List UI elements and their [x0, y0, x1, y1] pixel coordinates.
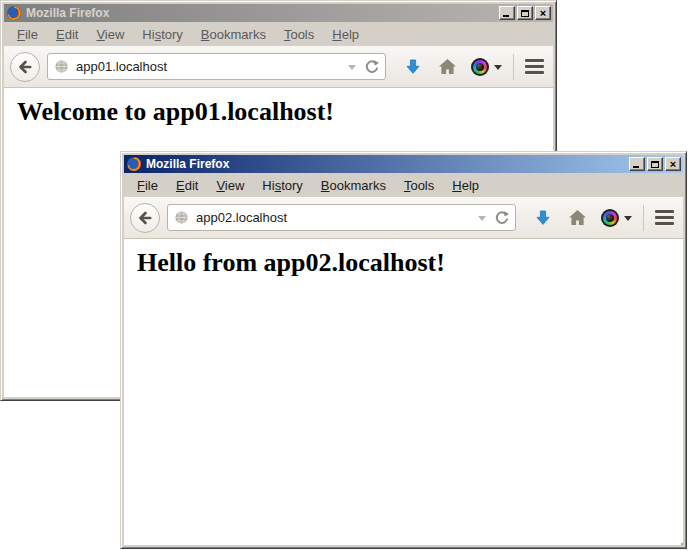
menu-tools[interactable]: Tools: [275, 25, 323, 44]
reload-icon: [364, 59, 380, 75]
hamburger-icon: [525, 59, 544, 74]
addon-colorwheel-button[interactable]: [601, 209, 632, 227]
menu-history[interactable]: History: [253, 176, 311, 195]
minimize-button[interactable]: [629, 157, 645, 171]
minimize-button[interactable]: [499, 6, 515, 20]
page-content: Hello from app02.localhost!: [124, 239, 683, 545]
urlbar-dropdown-icon[interactable]: [348, 65, 356, 74]
close-button[interactable]: ×: [535, 6, 551, 20]
back-arrow-icon: [16, 58, 34, 76]
reload-icon: [494, 210, 510, 226]
window-controls: ×: [629, 157, 681, 171]
menu-help[interactable]: Help: [443, 176, 488, 195]
menu-help[interactable]: Help: [323, 25, 368, 44]
home-button[interactable]: [438, 58, 457, 75]
download-button[interactable]: [404, 58, 422, 76]
urlbar-dropdown-icon[interactable]: [478, 216, 486, 225]
menu-file[interactable]: File: [8, 25, 47, 44]
firefox-logo-icon: [126, 156, 142, 172]
home-icon: [568, 209, 587, 226]
download-icon: [404, 58, 422, 76]
back-button[interactable]: [130, 203, 160, 233]
maximize-icon: [651, 161, 659, 168]
menu-view[interactable]: View: [207, 176, 253, 195]
chevron-down-icon: [624, 216, 632, 225]
app-menu-button[interactable]: [525, 59, 544, 74]
home-icon: [438, 58, 457, 75]
menu-bookmarks[interactable]: Bookmarks: [312, 176, 395, 195]
colorwheel-icon: [471, 58, 489, 76]
desktop: Mozilla Firefox × File Edit View History…: [0, 0, 688, 551]
menu-history[interactable]: History: [133, 25, 191, 44]
back-button[interactable]: [10, 52, 40, 82]
menubar: File Edit View History Bookmarks Tools H…: [124, 173, 683, 197]
menu-view[interactable]: View: [87, 25, 133, 44]
url-text[interactable]: app02.localhost: [196, 210, 478, 225]
toolbar-separator: [513, 54, 514, 80]
home-button[interactable]: [568, 209, 587, 226]
menu-edit[interactable]: Edit: [47, 25, 87, 44]
app-menu-button[interactable]: [655, 210, 674, 225]
addon-colorwheel-button[interactable]: [471, 58, 502, 76]
colorwheel-icon: [601, 209, 619, 227]
close-button[interactable]: ×: [665, 157, 681, 171]
menu-tools[interactable]: Tools: [395, 176, 443, 195]
resize-grip[interactable]: [677, 539, 679, 541]
page-heading: Hello from app02.localhost!: [137, 248, 683, 278]
menu-file[interactable]: File: [128, 176, 167, 195]
back-arrow-icon: [136, 209, 154, 227]
page-heading: Welcome to app01.localhost!: [17, 97, 553, 127]
firefox-window-app02: Mozilla Firefox × File Edit View History…: [120, 151, 687, 549]
minimize-icon: [503, 15, 509, 17]
window-controls: ×: [499, 6, 551, 20]
hamburger-icon: [655, 210, 674, 225]
reload-button[interactable]: [364, 59, 380, 75]
firefox-logo-icon: [6, 5, 22, 21]
navigation-toolbar: app02.localhost: [124, 197, 683, 239]
menubar: File Edit View History Bookmarks Tools H…: [4, 22, 553, 46]
maximize-icon: [521, 10, 529, 17]
navigation-toolbar: app01.localhost: [4, 46, 553, 88]
site-identity-globe-icon[interactable]: [54, 59, 69, 74]
chevron-down-icon: [494, 65, 502, 74]
maximize-button[interactable]: [647, 157, 663, 171]
close-icon: ×: [670, 159, 676, 169]
minimize-icon: [633, 166, 639, 168]
titlebar[interactable]: Mozilla Firefox ×: [4, 4, 553, 22]
reload-button[interactable]: [494, 210, 510, 226]
menu-bookmarks[interactable]: Bookmarks: [192, 25, 275, 44]
menu-edit[interactable]: Edit: [167, 176, 207, 195]
url-text[interactable]: app01.localhost: [76, 59, 348, 74]
window-title: Mozilla Firefox: [146, 157, 629, 171]
toolbar-separator: [643, 205, 644, 231]
url-bar[interactable]: app02.localhost: [167, 204, 516, 231]
download-button[interactable]: [534, 209, 552, 227]
close-icon: ×: [540, 8, 546, 18]
maximize-button[interactable]: [517, 6, 533, 20]
url-bar[interactable]: app01.localhost: [47, 53, 386, 80]
titlebar[interactable]: Mozilla Firefox ×: [124, 155, 683, 173]
window-title: Mozilla Firefox: [26, 6, 499, 20]
download-icon: [534, 209, 552, 227]
site-identity-globe-icon[interactable]: [174, 210, 189, 225]
